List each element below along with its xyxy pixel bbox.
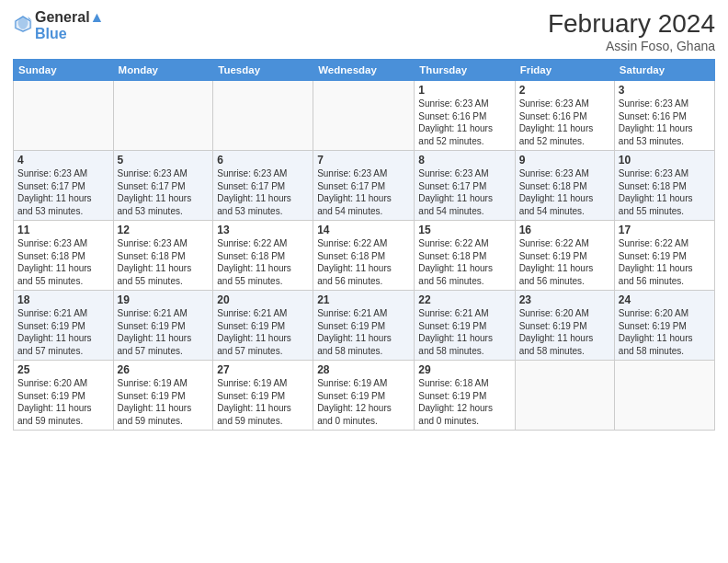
day-number: 15 (418, 224, 510, 236)
day-info: Sunrise: 6:22 AM Sunset: 6:19 PM Dayligh… (619, 237, 711, 287)
day-number: 17 (619, 224, 711, 236)
day-number: 28 (317, 363, 410, 376)
day-info: Sunrise: 6:23 AM Sunset: 6:17 PM Dayligh… (217, 167, 309, 217)
day-info: Sunrise: 6:22 AM Sunset: 6:18 PM Dayligh… (317, 237, 410, 287)
day-info: Sunrise: 6:21 AM Sunset: 6:19 PM Dayligh… (217, 307, 309, 357)
calendar-cell: 21Sunrise: 6:21 AM Sunset: 6:19 PM Dayli… (313, 291, 415, 361)
day-info: Sunrise: 6:20 AM Sunset: 6:19 PM Dayligh… (619, 307, 711, 357)
calendar-table: SundayMondayTuesdayWednesdayThursdayFrid… (13, 59, 715, 431)
day-number: 1 (418, 84, 510, 97)
calendar-cell: 16Sunrise: 6:22 AM Sunset: 6:19 PM Dayli… (515, 221, 614, 291)
calendar-cell: 28Sunrise: 6:19 AM Sunset: 6:19 PM Dayli… (313, 361, 415, 431)
day-number: 3 (619, 84, 711, 97)
day-info: Sunrise: 6:22 AM Sunset: 6:18 PM Dayligh… (418, 237, 510, 287)
calendar-cell: 7Sunrise: 6:23 AM Sunset: 6:17 PM Daylig… (313, 151, 415, 221)
weekday-header-saturday: Saturday (614, 60, 714, 81)
weekday-header-wednesday: Wednesday (313, 60, 415, 81)
day-info: Sunrise: 6:23 AM Sunset: 6:17 PM Dayligh… (17, 167, 109, 217)
title-block: February 2024 Assin Foso, Ghana (548, 9, 715, 53)
calendar-cell (14, 81, 114, 151)
day-info: Sunrise: 6:21 AM Sunset: 6:19 PM Dayligh… (418, 307, 510, 357)
day-info: Sunrise: 6:23 AM Sunset: 6:18 PM Dayligh… (17, 237, 109, 287)
day-number: 24 (619, 293, 711, 306)
logo: General▲ Blue (13, 9, 104, 41)
day-info: Sunrise: 6:21 AM Sunset: 6:19 PM Dayligh… (317, 307, 410, 357)
day-info: Sunrise: 6:22 AM Sunset: 6:18 PM Dayligh… (217, 237, 309, 287)
day-number: 9 (519, 154, 610, 167)
day-info: Sunrise: 6:23 AM Sunset: 6:17 PM Dayligh… (418, 167, 510, 217)
day-info: Sunrise: 6:23 AM Sunset: 6:16 PM Dayligh… (418, 98, 510, 147)
day-info: Sunrise: 6:20 AM Sunset: 6:19 PM Dayligh… (17, 377, 109, 427)
calendar-cell: 12Sunrise: 6:23 AM Sunset: 6:18 PM Dayli… (113, 221, 213, 291)
calendar-cell: 14Sunrise: 6:22 AM Sunset: 6:18 PM Dayli… (313, 221, 415, 291)
weekday-header-thursday: Thursday (415, 60, 515, 81)
day-number: 12 (118, 224, 210, 236)
calendar-cell: 27Sunrise: 6:19 AM Sunset: 6:19 PM Dayli… (213, 361, 313, 431)
day-info: Sunrise: 6:23 AM Sunset: 6:18 PM Dayligh… (619, 167, 711, 217)
weekday-header-friday: Friday (515, 60, 614, 81)
day-number: 20 (217, 293, 309, 306)
calendar-cell: 6Sunrise: 6:23 AM Sunset: 6:17 PM Daylig… (213, 151, 313, 221)
calendar-cell: 15Sunrise: 6:22 AM Sunset: 6:18 PM Dayli… (415, 221, 515, 291)
day-number: 16 (519, 224, 610, 236)
day-info: Sunrise: 6:23 AM Sunset: 6:16 PM Dayligh… (519, 98, 610, 147)
day-number: 22 (418, 293, 510, 306)
calendar-cell (614, 361, 714, 431)
day-info: Sunrise: 6:23 AM Sunset: 6:18 PM Dayligh… (519, 167, 610, 217)
day-number: 27 (217, 363, 309, 376)
header: General▲ Blue February 2024 Assin Foso, … (13, 9, 715, 53)
day-number: 5 (118, 154, 210, 167)
day-info: Sunrise: 6:23 AM Sunset: 6:16 PM Dayligh… (619, 98, 711, 147)
day-number: 14 (317, 224, 410, 236)
calendar-cell: 29Sunrise: 6:18 AM Sunset: 6:19 PM Dayli… (415, 361, 515, 431)
day-number: 23 (519, 293, 610, 306)
month-year-title: February 2024 (548, 9, 715, 39)
day-info: Sunrise: 6:18 AM Sunset: 6:19 PM Dayligh… (418, 377, 510, 427)
location-subtitle: Assin Foso, Ghana (548, 39, 715, 53)
day-info: Sunrise: 6:19 AM Sunset: 6:19 PM Dayligh… (217, 377, 309, 427)
day-number: 6 (217, 154, 309, 167)
day-number: 26 (118, 363, 210, 376)
calendar-cell (313, 81, 415, 151)
day-number: 8 (418, 154, 510, 167)
calendar-cell: 5Sunrise: 6:23 AM Sunset: 6:17 PM Daylig… (113, 151, 213, 221)
day-number: 25 (17, 363, 109, 376)
calendar-cell (213, 81, 313, 151)
calendar-cell: 18Sunrise: 6:21 AM Sunset: 6:19 PM Dayli… (14, 291, 114, 361)
calendar-cell (113, 81, 213, 151)
calendar-cell: 8Sunrise: 6:23 AM Sunset: 6:17 PM Daylig… (415, 151, 515, 221)
calendar-cell: 10Sunrise: 6:23 AM Sunset: 6:18 PM Dayli… (614, 151, 714, 221)
weekday-header-sunday: Sunday (14, 60, 114, 81)
day-info: Sunrise: 6:19 AM Sunset: 6:19 PM Dayligh… (317, 377, 410, 427)
day-number: 10 (619, 154, 711, 167)
calendar-cell: 4Sunrise: 6:23 AM Sunset: 6:17 PM Daylig… (14, 151, 114, 221)
weekday-header-tuesday: Tuesday (213, 60, 313, 81)
calendar-cell: 17Sunrise: 6:22 AM Sunset: 6:19 PM Dayli… (614, 221, 714, 291)
day-info: Sunrise: 6:21 AM Sunset: 6:19 PM Dayligh… (17, 307, 109, 357)
day-info: Sunrise: 6:20 AM Sunset: 6:19 PM Dayligh… (519, 307, 610, 357)
day-info: Sunrise: 6:23 AM Sunset: 6:17 PM Dayligh… (118, 167, 210, 217)
day-number: 13 (217, 224, 309, 236)
day-number: 4 (17, 154, 109, 167)
day-number: 18 (17, 293, 109, 306)
day-number: 11 (17, 224, 109, 236)
calendar-cell: 3Sunrise: 6:23 AM Sunset: 6:16 PM Daylig… (614, 81, 714, 151)
calendar-cell: 19Sunrise: 6:21 AM Sunset: 6:19 PM Dayli… (113, 291, 213, 361)
calendar-cell: 20Sunrise: 6:21 AM Sunset: 6:19 PM Dayli… (213, 291, 313, 361)
logo-text: General▲ Blue (35, 9, 104, 41)
day-number: 21 (317, 293, 410, 306)
calendar-cell: 11Sunrise: 6:23 AM Sunset: 6:18 PM Dayli… (14, 221, 114, 291)
day-info: Sunrise: 6:19 AM Sunset: 6:19 PM Dayligh… (118, 377, 210, 427)
day-number: 2 (519, 84, 610, 97)
day-number: 7 (317, 154, 410, 167)
weekday-header-monday: Monday (113, 60, 213, 81)
calendar-cell (515, 361, 614, 431)
calendar-cell: 2Sunrise: 6:23 AM Sunset: 6:16 PM Daylig… (515, 81, 614, 151)
day-info: Sunrise: 6:23 AM Sunset: 6:18 PM Dayligh… (118, 237, 210, 287)
day-number: 19 (118, 293, 210, 306)
calendar-cell: 25Sunrise: 6:20 AM Sunset: 6:19 PM Dayli… (14, 361, 114, 431)
calendar-cell: 22Sunrise: 6:21 AM Sunset: 6:19 PM Dayli… (415, 291, 515, 361)
day-number: 29 (418, 363, 510, 376)
day-info: Sunrise: 6:21 AM Sunset: 6:19 PM Dayligh… (118, 307, 210, 357)
calendar-cell: 23Sunrise: 6:20 AM Sunset: 6:19 PM Dayli… (515, 291, 614, 361)
